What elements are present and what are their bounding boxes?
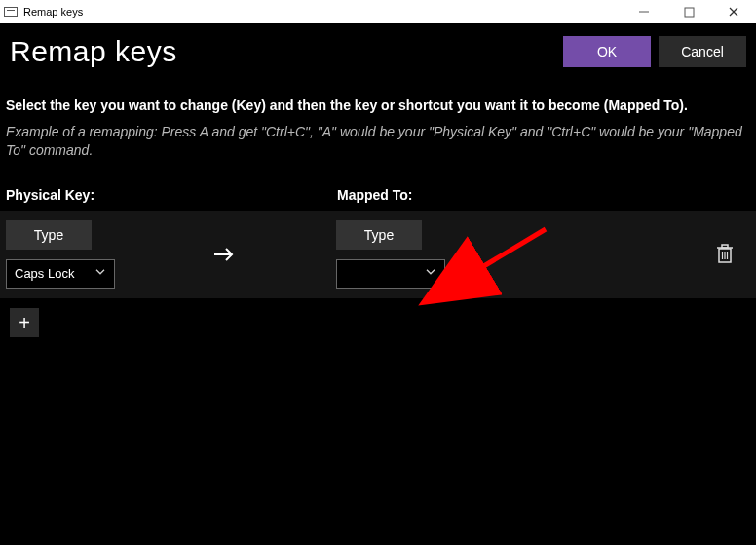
delete-cell <box>711 211 738 298</box>
example-text: Example of a remapping: Press A and get … <box>0 117 756 170</box>
page-title: Remap keys <box>10 35 555 68</box>
mapped-to-select[interactable] <box>336 259 445 289</box>
trash-icon <box>715 243 735 264</box>
delete-row-button[interactable] <box>713 243 737 266</box>
titlebar: Remap keys <box>0 0 756 23</box>
ok-button[interactable]: OK <box>563 36 651 67</box>
type-physical-button[interactable]: Type <box>6 220 92 250</box>
physical-key-value: Caps Lock <box>15 266 74 281</box>
instruction-text: Select the key you want to change (Key) … <box>0 74 756 117</box>
app-icon <box>4 7 18 17</box>
chevron-down-icon <box>94 266 106 281</box>
chevron-down-icon <box>425 266 436 281</box>
add-mapping-button[interactable]: + <box>10 308 39 337</box>
type-mapped-button[interactable]: Type <box>336 220 422 250</box>
svg-rect-7 <box>722 245 728 248</box>
svg-rect-1 <box>685 8 694 17</box>
physical-key-header: Physical Key: <box>6 187 337 203</box>
physical-key-cell: Type Caps Lock <box>6 211 171 298</box>
mapped-to-header: Mapped To: <box>337 187 413 203</box>
mapping-row: Type Caps Lock Type <box>0 211 756 298</box>
window-title: Remap keys <box>23 6 83 18</box>
cancel-button[interactable]: Cancel <box>659 36 746 67</box>
add-row-area: + <box>0 298 756 337</box>
arrow-icon <box>205 211 244 298</box>
minimize-button[interactable] <box>622 0 666 23</box>
header-row: Remap keys OK Cancel <box>0 23 756 74</box>
column-headers: Physical Key: Mapped To: <box>0 170 756 211</box>
mapped-to-cell: Type <box>336 211 502 298</box>
close-button[interactable] <box>711 0 756 23</box>
maximize-button[interactable] <box>666 0 711 23</box>
physical-key-select[interactable]: Caps Lock <box>6 259 115 289</box>
